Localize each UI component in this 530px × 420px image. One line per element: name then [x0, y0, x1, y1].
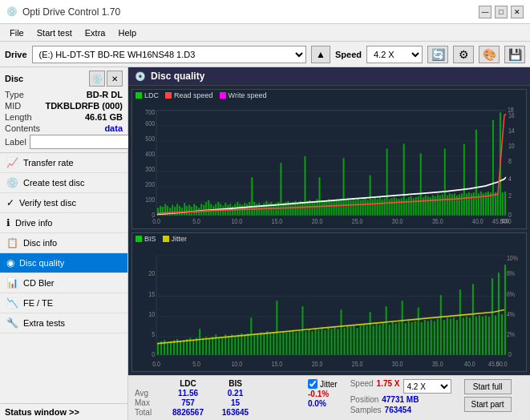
svg-text:4: 4	[508, 175, 512, 183]
svg-rect-263	[314, 329, 316, 354]
bis-legend: BIS	[136, 235, 156, 243]
save-button[interactable]: 💾	[504, 46, 525, 63]
svg-rect-133	[384, 198, 386, 215]
nav-disc-quality[interactable]: ◉ Disc quality	[0, 253, 127, 273]
read-speed-legend-dot	[165, 92, 172, 99]
status-window-button[interactable]: Status window >>	[0, 403, 127, 420]
nav-transfer-rate[interactable]: 📈 Transfer rate	[0, 153, 127, 173]
start-full-button[interactable]: Start full	[464, 379, 512, 394]
svg-rect-231	[212, 337, 213, 354]
svg-rect-112	[334, 200, 335, 216]
jitter-legend-dot	[163, 236, 169, 242]
svg-rect-254	[285, 332, 287, 354]
nav-create-test-disc[interactable]: 💿 Create test disc	[0, 173, 127, 193]
minimize-button[interactable]: —	[479, 6, 492, 18]
maximize-button[interactable]: □	[495, 6, 508, 18]
svg-rect-270	[338, 329, 339, 354]
disc-mid-label: MID	[5, 101, 21, 111]
svg-rect-111	[331, 201, 333, 216]
verify-test-disc-icon: ✓	[6, 197, 14, 208]
disc-contents-label: Contents	[5, 123, 40, 133]
stats-max-row: Max 757 15	[135, 398, 295, 407]
svg-text:18: 18	[508, 107, 514, 115]
disc-close-btn[interactable]: ✕	[107, 71, 123, 87]
svg-rect-271	[341, 309, 342, 354]
disc-quality-header: 💿 Disc quality	[128, 67, 530, 86]
svg-text:30.0: 30.0	[392, 218, 403, 225]
svg-rect-266	[324, 329, 326, 354]
eject-button[interactable]: ▲	[311, 46, 330, 63]
svg-rect-129	[374, 198, 376, 215]
stats-max-bis: 15	[213, 398, 257, 407]
stats-avg-row: Avg 11.56 0.21	[135, 389, 295, 398]
write-speed-legend: Write speed	[220, 91, 267, 99]
stats-speed-select[interactable]: 4.2 X 2.0 X	[403, 379, 451, 394]
svg-rect-304	[447, 317, 448, 354]
svg-rect-246	[260, 332, 261, 354]
action-buttons: Start full Start part	[464, 379, 512, 412]
nav-disc-info[interactable]: 📋 Disc info	[0, 233, 127, 253]
write-speed-legend-dot	[220, 92, 226, 99]
svg-rect-169	[471, 193, 472, 215]
svg-rect-320	[498, 273, 500, 355]
nav-verify-test-disc[interactable]: ✓ Verify test disc	[0, 193, 127, 213]
refresh-button[interactable]: 🔄	[427, 46, 448, 63]
nav-cd-bler[interactable]: 📊 CD Bler	[0, 273, 127, 293]
speed-label: Speed	[335, 50, 362, 59]
svg-rect-166	[463, 143, 465, 215]
speed-select[interactable]: 4.2 X 2.0 X 1.0 X	[366, 46, 423, 63]
svg-rect-116	[343, 158, 345, 215]
svg-rect-52	[188, 205, 190, 216]
svg-rect-305	[450, 318, 451, 354]
svg-rect-279	[366, 325, 368, 355]
svg-rect-250	[273, 332, 274, 354]
menu-start-test[interactable]: Start test	[30, 26, 79, 39]
svg-rect-267	[327, 327, 329, 354]
stats-empty	[135, 379, 163, 388]
svg-rect-319	[495, 315, 496, 354]
svg-rect-221	[180, 341, 181, 354]
disc-panel-title: Disc	[5, 74, 23, 83]
svg-text:0.0: 0.0	[152, 358, 160, 368]
bottom-chart-inner: 0 5 10 15 20 0 2% 4% 6% 8% 10% 0.0	[132, 244, 526, 369]
nav-fe-te[interactable]: 📉 FE / TE	[0, 293, 127, 313]
svg-rect-288	[395, 323, 397, 354]
svg-rect-222	[183, 340, 184, 354]
disc-panel-header: Disc 💿 ✕	[5, 71, 123, 87]
svg-rect-301	[437, 318, 439, 354]
svg-rect-57	[200, 204, 202, 215]
disc-icon-btn[interactable]: 💿	[89, 71, 105, 87]
jitter-legend-text: Jitter	[172, 235, 188, 243]
speed-info: Speed 1.75 X 4.2 X 2.0 X Position 47731 …	[350, 379, 451, 414]
svg-rect-179	[495, 192, 496, 216]
svg-rect-243	[250, 317, 252, 354]
menu-extra[interactable]: Extra	[79, 26, 112, 39]
jitter-checkbox[interactable]	[308, 379, 318, 389]
stats-total-row: Total 8826567 163645	[135, 408, 295, 417]
svg-rect-119	[350, 200, 352, 216]
main-area: Disc 💿 ✕ Type BD-R DL MID TDKBLDRFB (000…	[0, 67, 530, 420]
disc-type-value: BD-R DL	[87, 90, 123, 99]
nav-drive-info[interactable]: ℹ Drive info	[0, 213, 127, 233]
bis-legend-text: BIS	[144, 235, 156, 243]
close-button[interactable]: ✕	[511, 6, 524, 18]
svg-rect-285	[386, 306, 387, 354]
titlebar-controls[interactable]: — □ ✕	[479, 6, 524, 18]
menu-file[interactable]: File	[3, 26, 30, 39]
svg-rect-165	[461, 193, 463, 215]
svg-rect-312	[472, 284, 474, 354]
jitter-header: Jitter	[308, 379, 338, 389]
options-button[interactable]: ⚙	[453, 46, 474, 63]
nav-extra-tests[interactable]: 🔧 Extra tests	[0, 313, 127, 333]
svg-rect-113	[336, 199, 338, 215]
svg-rect-171	[475, 130, 477, 216]
menu-help[interactable]: Help	[111, 26, 143, 39]
disc-label-input[interactable]	[30, 135, 136, 149]
drive-select[interactable]: (E:) HL-DT-ST BD-RE WH16NS48 1.D3	[32, 46, 306, 63]
svg-rect-262	[311, 331, 313, 354]
svg-rect-168	[468, 192, 470, 216]
svg-text:600: 600	[145, 119, 155, 127]
palette-button[interactable]: 🎨	[479, 46, 500, 63]
svg-rect-48	[179, 206, 180, 216]
start-part-button[interactable]: Start part	[464, 397, 512, 412]
